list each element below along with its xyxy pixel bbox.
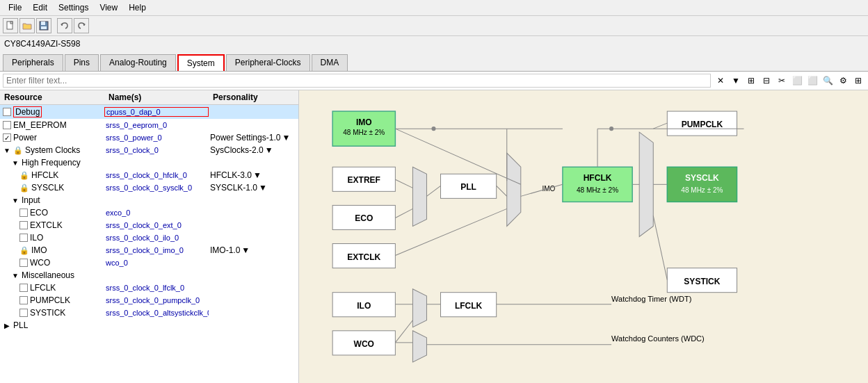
imo-diag-sublabel: 48 MHz ± 2%	[343, 129, 385, 136]
tab-dma[interactable]: DMA	[312, 54, 348, 71]
table-row[interactable]: Debug cpuss_0_dap_0	[0, 105, 298, 119]
toolbar	[0, 16, 868, 36]
sysclk-label: SYSCLK	[31, 183, 64, 193]
systick-checkbox[interactable]	[19, 309, 28, 317]
table-row[interactable]: WCO wco_0	[0, 256, 298, 269]
extclk-name: srss_0_clock_0_ext_0	[104, 220, 209, 230]
tab-peripheral-clocks[interactable]: Peripheral-Clocks	[226, 54, 310, 71]
filter-input[interactable]	[3, 74, 711, 88]
table-row[interactable]: EM_EEPROM srss_0_eeprom_0	[0, 119, 298, 131]
pumpclk-checkbox[interactable]	[19, 296, 28, 304]
power-checkbox[interactable]: ✓	[3, 133, 11, 142]
sysclocks-personality: SysClocks-2.0 ▼	[209, 145, 298, 156]
menu-view[interactable]: View	[94, 1, 123, 14]
imo-label: IMO	[31, 245, 47, 255]
imo-mux-label: IMO	[542, 185, 555, 193]
collapse-all-button[interactable]: ⊟	[760, 74, 773, 88]
highfreq-name	[104, 162, 209, 163]
menu-settings[interactable]: Settings	[53, 1, 94, 14]
table-row[interactable]: EXTCLK srss_0_clock_0_ext_0	[0, 219, 298, 231]
menu-edit[interactable]: Edit	[27, 1, 53, 14]
extclk-label: EXTCLK	[30, 220, 63, 230]
systick-diag-label: SYSTICK	[684, 277, 720, 286]
icon7[interactable]: ⬜	[805, 74, 819, 88]
sysclk-diag-label: SYSCLK	[685, 173, 719, 183]
input-label: Input	[22, 195, 40, 205]
ilo-checkbox[interactable]	[19, 234, 28, 242]
table-row[interactable]: 🔒 HFCLK srss_0_clock_0_hfclk_0 HFCLK-3.0…	[0, 169, 298, 181]
expand-all-button[interactable]: ⊞	[744, 74, 758, 88]
table-row[interactable]: ✓ Power srss_0_power_0 Power Settings-1.…	[0, 131, 298, 144]
icon6[interactable]: ⬜	[790, 74, 804, 88]
table-row[interactable]: ILO srss_0_clock_0_ilo_0	[0, 231, 298, 244]
lfclk-label: LFCLK	[30, 283, 56, 293]
eco-diag-label: ECO	[355, 213, 373, 223]
power-personality: Power Settings-1.0 ▼	[209, 132, 298, 143]
icon9[interactable]: ⚙	[836, 74, 850, 88]
menu-file[interactable]: File	[3, 1, 27, 14]
tab-system[interactable]: System	[177, 54, 225, 71]
debug-personality	[209, 111, 298, 113]
table-row[interactable]: ▼ High Frequency	[0, 156, 298, 169]
table-row[interactable]: LFCLK srss_0_clock_0_lfclk_0	[0, 282, 298, 294]
table-row[interactable]: PUMPCLK srss_0_clock_0_pumpclk_0	[0, 294, 298, 307]
pll-label: PLL	[13, 320, 28, 330]
hfclk-diag-label: HFCLK	[584, 173, 612, 183]
wco-diag-label: WCO	[354, 339, 374, 349]
table-row[interactable]: ▼ Miscellaneous	[0, 269, 298, 282]
misc-label: Miscellaneous	[22, 270, 74, 280]
icon8[interactable]: 🔍	[821, 74, 835, 88]
table-row[interactable]: ▼ 🔒 System Clocks srss_0_clock_0 SysCloc…	[0, 144, 298, 156]
open-button[interactable]	[19, 18, 35, 33]
sysclocks-label: System Clocks	[25, 145, 80, 155]
table-row[interactable]: 🔒 IMO srss_0_clock_0_imo_0 IMO-1.0 ▼	[0, 244, 298, 256]
main-content: Resource Name(s) Personality Debug cpuss…	[0, 90, 868, 383]
tab-bar: Peripherals Pins Analog-Routing System P…	[0, 51, 868, 72]
undo-button[interactable]	[57, 18, 72, 33]
highfreq-expand[interactable]: ▼	[11, 158, 19, 167]
table-row[interactable]: ▼ Input	[0, 194, 298, 206]
cut-button[interactable]: ✂	[775, 74, 789, 88]
debug-checkbox[interactable]	[3, 108, 11, 116]
lfclk-checkbox[interactable]	[19, 284, 28, 292]
table-row[interactable]: ▶ PLL	[0, 319, 298, 332]
input-expand[interactable]: ▼	[11, 196, 19, 204]
icon10[interactable]: ⊞	[851, 74, 865, 88]
misc-expand[interactable]: ▼	[11, 271, 19, 279]
extclk-checkbox[interactable]	[19, 221, 28, 229]
header-resource: Resource	[4, 92, 108, 102]
pll-diag-label: PLL	[460, 182, 476, 192]
tab-analog-routing[interactable]: Analog-Routing	[100, 54, 176, 71]
table-row[interactable]: SYSTICK srss_0_clock_0_altsystickclk_0	[0, 307, 298, 319]
diagram-panel: IMO 48 MHz ± 2% EXTREF ECO EXTCLK ILO WC…	[299, 90, 868, 383]
table-row[interactable]: 🔒 SYSCLK srss_0_clock_0_sysclk_0 SYSCLK-…	[0, 181, 298, 194]
extref-diag-label: EXTREF	[348, 175, 380, 185]
imo-diag-label: IMO	[356, 117, 372, 127]
filter-icons: ✕ ▼ ⊞ ⊟ ✂ ⬜ ⬜ 🔍 ⚙ ⊞	[714, 74, 865, 88]
extclk-diag-label: EXTCLK	[347, 252, 380, 262]
wdt-label: Watchdog Timer (WDT)	[611, 295, 691, 303]
filter-button[interactable]: ▼	[729, 74, 743, 88]
device-title: CY8C4149AZI-S598	[4, 39, 80, 49]
table-row[interactable]: ECO exco_0	[0, 206, 298, 219]
menu-help[interactable]: Help	[123, 1, 152, 14]
pumpclk-label: PUMPCLK	[30, 295, 70, 305]
tab-peripherals[interactable]: Peripherals	[3, 54, 63, 71]
hfclk-diag-sublabel: 48 MHz ± 2%	[577, 186, 618, 194]
svg-rect-1	[10, 22, 13, 24]
ilo-name: srss_0_clock_0_ilo_0	[104, 233, 209, 243]
wco-checkbox[interactable]	[19, 259, 28, 267]
redo-button[interactable]	[74, 18, 89, 33]
ilo-diag-label: ILO	[357, 301, 371, 311]
emeeprom-checkbox[interactable]	[3, 121, 11, 129]
sysclocks-expand[interactable]: ▼	[3, 146, 11, 154]
tab-pins[interactable]: Pins	[65, 54, 99, 71]
new-button[interactable]	[3, 18, 18, 33]
pll-expand[interactable]: ▶	[3, 321, 11, 329]
eco-checkbox[interactable]	[19, 209, 28, 217]
clear-filter-button[interactable]: ✕	[714, 74, 728, 88]
eco-label: ECO	[30, 208, 48, 218]
imo-name: srss_0_clock_0_imo_0	[104, 245, 209, 255]
save-button[interactable]	[36, 18, 51, 33]
emeeprom-name: srss_0_eeprom_0	[104, 120, 209, 130]
